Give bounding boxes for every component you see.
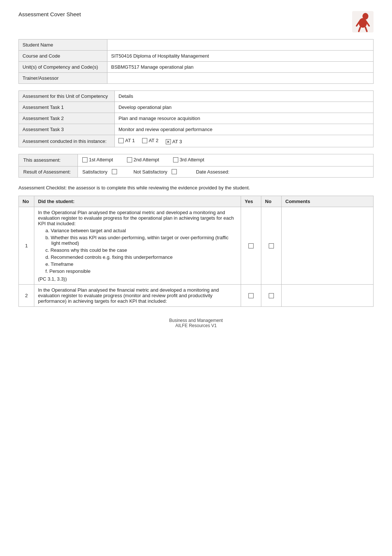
task3-label: Assessment Task 3 [19,124,115,135]
no-checkbox-cell [261,285,282,307]
row-content: In the Operational Plan analysed the fin… [34,285,241,307]
attempt2-label: 2nd Attempt [134,157,159,162]
course-label: Course and Code [19,51,107,62]
attempt1-option: 1st Attempt [82,157,113,162]
comments-cell [282,207,374,285]
unit-row: Unit(s) of Competency and Code(s) BSBMGT… [19,62,374,73]
col-did-header: Did the student: [34,196,241,207]
col-no-header: No [19,196,34,207]
attempt-options: 1st Attempt 2nd Attempt 3rd Attempt [78,154,374,167]
unit-label: Unit(s) of Competency and Code(s) [19,62,107,73]
yes-checkbox[interactable] [248,243,254,248]
task2-row: Assessment Task 2 Plan and manage resour… [19,113,374,124]
checklist-table: No Did the student: Yes No Comments 1In … [18,196,374,307]
at3-checkbox[interactable] [166,139,171,144]
unit-value: BSBMGT517 Manage operational plan [107,62,374,73]
checklist-header-row: No Did the student: Yes No Comments [19,196,374,207]
result-label: Result of Assessment: [19,166,78,177]
row-content: In the Operational Plan analysed the ope… [34,207,241,285]
row-number: 1 [19,207,34,285]
tasks-header-row: Assessment for this Unit of Competency D… [19,91,374,102]
conducted-value: AT 1 AT 2 AT 3 [115,135,374,147]
student-name-row: Student Name [19,40,374,51]
checklist-intro: Assessment Checklist: the assessor is to… [18,184,374,192]
at2-option: AT 2 [142,138,158,143]
no-checkbox-cell [261,207,282,285]
page-title: Assessment Cover Sheet [18,11,81,17]
course-value: SIT50416 Diploma of Hospitality Manageme… [107,51,374,62]
col-comments-header: Comments [282,196,374,207]
not-satisfactory-option: Not Satisfactory [133,169,176,175]
date-assessed-label: Date Assessed: [196,169,229,175]
trainer-row: Trainer/Assessor [19,73,374,84]
svg-point-2 [359,18,367,28]
attempt3-label: 3rd Attempt [180,157,204,162]
at1-checkbox[interactable] [118,138,124,143]
task3-row: Assessment Task 3 Monitor and review ope… [19,124,374,135]
yes-checkbox[interactable] [248,293,254,298]
at1-option: AT 1 [118,138,135,143]
task2-detail: Plan and manage resource acquisition [115,113,374,124]
header-section: Assessment Cover Sheet [18,11,374,32]
col-yes-header: Yes [241,196,261,207]
yes-checkbox-cell [241,207,261,285]
task3-detail: Monitor and review operational performan… [115,124,374,135]
tasks-table: Assessment for this Unit of Competency D… [18,90,374,147]
attempt2-option: 2nd Attempt [127,157,159,162]
at2-checkbox[interactable] [142,138,147,143]
trainer-value [107,73,374,84]
attempt1-checkbox[interactable] [82,157,87,162]
tasks-header-label: Assessment for this Unit of Competency [19,91,115,102]
this-assessment-label: This assessment: [19,154,78,167]
result-options: Satisfactory Not Satisfactory Date Asses… [78,166,374,177]
at2-label: AT 2 [149,138,158,143]
satisfactory-checkbox[interactable] [112,169,117,174]
at3-option: AT 3 [166,139,182,144]
checklist-row: 1In the Operational Plan analysed the op… [19,207,374,285]
col-no-col-header: No [261,196,282,207]
info-table: Student Name Course and Code SIT50416 Di… [18,39,374,84]
task2-label: Assessment Task 2 [19,113,115,124]
attempt-row: This assessment: 1st Attempt 2nd Attempt… [19,154,374,167]
not-satisfactory-checkbox[interactable] [172,169,177,174]
no-checkbox[interactable] [269,293,274,298]
trainer-label: Trainer/Assessor [19,73,107,84]
row-number: 2 [19,285,34,307]
task1-label: Assessment Task 1 [19,102,115,113]
footer-line1: Business and Management [169,318,223,323]
not-satisfactory-label: Not Satisfactory [133,169,167,175]
attempt2-checkbox[interactable] [127,157,132,162]
at1-label: AT 1 [125,138,135,143]
no-checkbox[interactable] [269,243,274,248]
task1-row: Assessment Task 1 Develop operational pl… [19,102,374,113]
result-row: Result of Assessment: Satisfactory Not S… [19,166,374,177]
checklist-row: 2In the Operational Plan analysed the fi… [19,285,374,307]
attempt-table: This assessment: 1st Attempt 2nd Attempt… [18,154,374,178]
conducted-label: Assessment conducted in this instance: [19,135,115,147]
yes-checkbox-cell [241,285,261,307]
conducted-row: Assessment conducted in this instance: A… [19,135,374,147]
footer-line2: AILFE Resources V1 [175,323,217,328]
at3-label: AT 3 [172,139,182,144]
student-name-label: Student Name [19,40,107,51]
attempt3-option: 3rd Attempt [173,157,204,162]
attempt3-checkbox[interactable] [173,157,178,162]
course-row: Course and Code SIT50416 Diploma of Hosp… [19,51,374,62]
satisfactory-option: Satisfactory [82,169,117,175]
comments-cell [282,285,374,307]
satisfactory-label: Satisfactory [82,169,107,175]
student-name-value [107,40,374,51]
logo-icon [352,11,374,32]
footer: Business and Management AILFE Resources … [18,318,374,328]
attempt1-label: 1st Attempt [89,157,113,162]
tasks-header-detail: Details [115,91,374,102]
task1-detail: Develop operational plan [115,102,374,113]
